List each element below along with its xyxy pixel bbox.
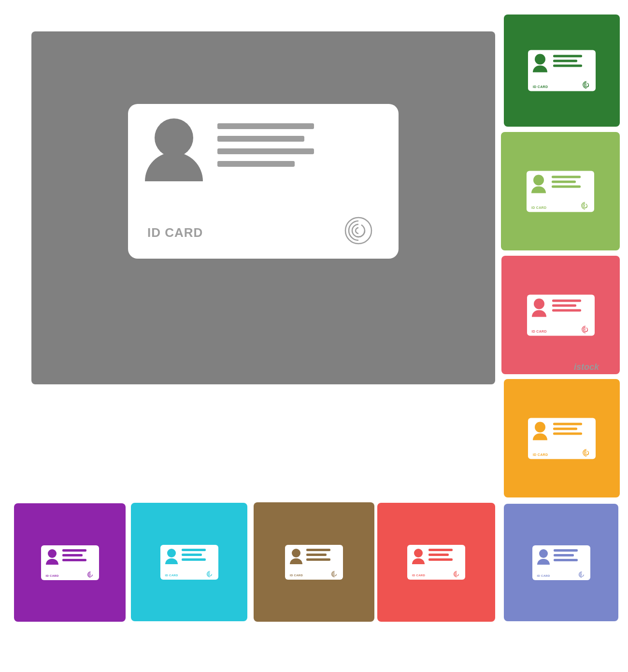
card-pink: ID CARD [377, 503, 495, 622]
fp-green [582, 81, 591, 89]
line-bl-2 [554, 554, 574, 556]
line-p-2 [62, 554, 83, 556]
text-line-3 [217, 148, 314, 154]
label-brown: ID CARD [290, 574, 303, 577]
text-line-1 [217, 123, 314, 129]
line-olive-2 [552, 180, 576, 183]
id-icon-orange: ID CARD [528, 418, 596, 459]
head-pink [414, 549, 423, 557]
line-green-2 [553, 60, 577, 62]
lines-orange [553, 423, 582, 437]
label-blue: ID CARD [537, 574, 550, 577]
lines-teal [182, 549, 206, 563]
fp-blue [578, 571, 585, 578]
line-pk-1 [428, 549, 453, 551]
watermark: istock [574, 362, 599, 372]
fp-teal [206, 570, 214, 578]
card-purple: ID CARD [14, 503, 126, 622]
line-red-1 [552, 299, 581, 302]
id-icon-olive: ID CARD [527, 171, 594, 212]
fp-pink [453, 570, 460, 578]
avatar-red [532, 298, 546, 317]
card-olive: ID CARD [501, 132, 620, 250]
card-blue-purple: ID CARD [504, 504, 618, 621]
body-green [533, 66, 547, 73]
main-background-panel: ID CARD [31, 31, 495, 384]
line-bl-1 [554, 549, 578, 552]
body-orange [533, 433, 547, 440]
text-lines [217, 123, 324, 174]
lines-brown [306, 549, 330, 563]
line-orange-2 [553, 427, 577, 430]
text-line-4 [217, 161, 295, 167]
card-red: ID CARD [501, 256, 620, 374]
body-brown [290, 558, 302, 564]
card-orange: ID CARD [504, 379, 620, 497]
line-t-1 [182, 549, 206, 551]
line-olive-1 [552, 175, 581, 178]
label-orange: ID CARD [533, 453, 548, 456]
head-teal [167, 549, 176, 557]
lines-purple [62, 549, 86, 564]
id-icon-pink: ID CARD [407, 545, 465, 580]
body-olive [531, 186, 546, 193]
line-green-1 [553, 55, 582, 58]
id-card-large: ID CARD [128, 104, 399, 259]
label-pink: ID CARD [412, 574, 425, 577]
label-olive: ID CARD [531, 205, 546, 209]
body-blue [537, 559, 550, 565]
head-olive [533, 175, 544, 185]
avatar-olive [531, 175, 546, 193]
label-green: ID CARD [533, 85, 548, 88]
head-brown [292, 549, 300, 557]
line-br-2 [306, 554, 327, 556]
body-teal [165, 558, 178, 564]
avatar-green [533, 54, 547, 73]
fp-orange [582, 448, 591, 457]
line-olive-3 [552, 185, 581, 188]
line-br-1 [306, 549, 330, 551]
avatar-body [145, 152, 203, 181]
label-red: ID CARD [532, 329, 547, 333]
lines-red [552, 299, 581, 314]
line-p-3 [62, 559, 86, 561]
id-icon-brown: ID CARD [285, 545, 343, 580]
head-red [534, 298, 544, 309]
label-teal: ID CARD [165, 574, 178, 577]
fp-olive [581, 201, 589, 210]
fp-purple [87, 571, 94, 578]
label-purple: ID CARD [46, 574, 59, 577]
text-line-2 [217, 136, 304, 142]
lines-olive [552, 175, 581, 190]
line-t-3 [182, 558, 206, 561]
line-t-2 [182, 554, 202, 556]
avatar-pink [412, 549, 425, 564]
line-p-1 [62, 549, 86, 552]
fingerprint-large [343, 215, 374, 247]
line-bl-3 [554, 559, 578, 561]
lines-pink [428, 549, 453, 563]
line-green-3 [553, 65, 582, 67]
head-blue [539, 549, 548, 558]
avatar-brown [290, 549, 302, 564]
fp-red [581, 325, 590, 334]
id-icon-green: ID CARD [528, 50, 596, 91]
card-teal: ID CARD [131, 503, 247, 621]
avatar-teal [165, 549, 178, 564]
head-purple [48, 549, 57, 558]
body-red [532, 310, 546, 317]
body-purple [46, 559, 58, 565]
line-pk-3 [428, 558, 453, 561]
id-card-label-large: ID CARD [147, 225, 203, 240]
id-icon-teal: ID CARD [160, 545, 218, 580]
card-brown: ID CARD [254, 502, 374, 622]
card-green: ID CARD [504, 15, 620, 127]
lines-blue [554, 549, 578, 564]
line-orange-3 [553, 432, 582, 435]
line-red-2 [552, 304, 576, 307]
body-pink [412, 558, 425, 564]
avatar-orange [533, 422, 547, 440]
avatar-purple [46, 549, 58, 565]
line-pk-2 [428, 554, 449, 556]
id-icon-purple: ID CARD [41, 545, 99, 580]
